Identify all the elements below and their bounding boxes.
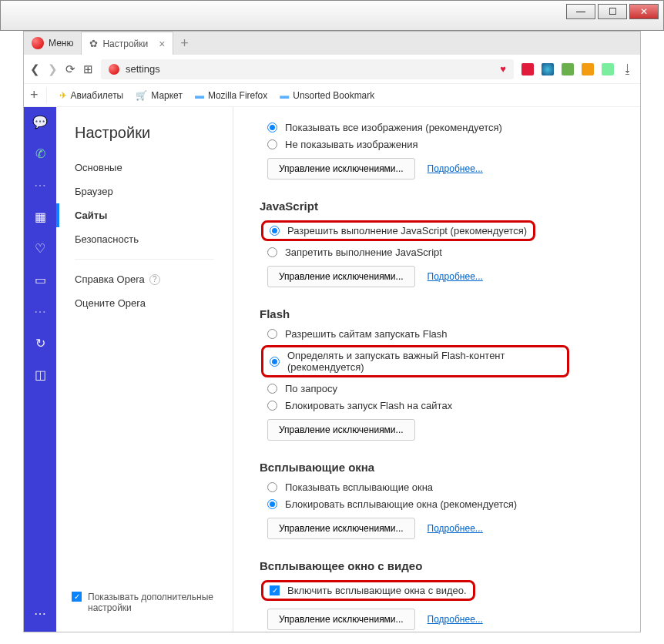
highlight-video: ✓ Включить всплывающие окна с видео. xyxy=(261,580,475,601)
sidebar-rate[interactable]: Оцените Opera xyxy=(56,291,233,315)
messenger-icon[interactable]: 💬 xyxy=(32,115,48,129)
radio-icon xyxy=(270,357,280,367)
checkbox-icon: ✓ xyxy=(270,585,280,595)
learn-more-link[interactable]: Подробнее... xyxy=(428,523,483,534)
section-video-popup: Всплывающее окно с видео xyxy=(260,559,614,572)
heart-rail-icon[interactable]: ♡ xyxy=(35,241,45,256)
cart-icon: 🛒 xyxy=(136,90,147,101)
settings-content[interactable]: Показывать все изображения (рекомендуетс… xyxy=(233,107,640,632)
section-flash: Flash xyxy=(260,307,614,320)
images-hide[interactable]: Не показывать изображения xyxy=(267,139,614,150)
flash-block[interactable]: Блокировать запуск Flash на сайтах xyxy=(267,400,614,411)
highlight-flash: Определять и запускать важный Flash-конт… xyxy=(261,345,569,377)
manage-exceptions-button[interactable]: Управление исключениями... xyxy=(267,609,415,630)
sidebar-item-browser[interactable]: Браузер xyxy=(56,179,233,203)
extension-5-icon[interactable] xyxy=(602,63,614,75)
address-bar-row: ❮ ❯ ⟳ ⊞ settings ♥ ⭳ xyxy=(24,55,640,84)
flash-detect[interactable]: Определять и запускать важный Flash-конт… xyxy=(287,350,561,373)
sidebar-help[interactable]: Справка Opera ? xyxy=(56,267,233,291)
images-show-all[interactable]: Показывать все изображения (рекомендуетс… xyxy=(267,122,614,133)
radio-icon xyxy=(267,384,277,394)
extension-4-icon[interactable] xyxy=(582,63,594,75)
window-titlebar: — ☐ ✕ xyxy=(0,0,664,31)
news-icon[interactable]: ▭ xyxy=(35,273,46,287)
help-icon: ? xyxy=(149,274,160,285)
manage-exceptions-button[interactable]: Управление исключениями... xyxy=(267,158,415,179)
bookmark-item[interactable]: 🛒Маркет xyxy=(136,90,183,101)
new-tab-button[interactable]: + xyxy=(173,35,195,52)
reload-button[interactable]: ⟳ xyxy=(65,62,75,76)
menu-button[interactable]: Меню xyxy=(24,32,82,55)
folder-icon: ▬ xyxy=(195,90,204,101)
maximize-button[interactable]: ☐ xyxy=(598,4,627,19)
radio-icon xyxy=(267,482,277,492)
tab-label: Настройки xyxy=(102,39,148,49)
learn-more-link[interactable]: Подробнее... xyxy=(428,271,483,282)
flash-ondemand[interactable]: По запросу xyxy=(267,383,614,394)
add-bookmark-button[interactable]: + xyxy=(30,87,47,103)
js-deny[interactable]: Запретить выполнение JavaScript xyxy=(267,247,614,258)
download-icon[interactable]: ⭳ xyxy=(622,62,634,76)
bookmarks-bar: + ✈Авиабилеты 🛒Маркет ▬Mozilla Firefox ▬… xyxy=(24,84,640,107)
divider xyxy=(75,259,214,260)
section-javascript: JavaScript xyxy=(260,200,614,213)
divider-icon: ⋯ xyxy=(34,304,46,319)
radio-icon xyxy=(267,247,277,257)
menu-label: Меню xyxy=(49,38,73,49)
site-icon xyxy=(109,64,119,75)
folder-icon: ▬ xyxy=(280,90,289,101)
page-title: Настройки xyxy=(56,118,233,156)
section-popups: Всплывающие окна xyxy=(260,461,614,474)
cube-icon[interactable]: ◫ xyxy=(35,367,46,382)
extension-2-icon[interactable] xyxy=(542,63,554,75)
grid-icon[interactable]: ▦ xyxy=(35,210,46,224)
highlight-js: Разрешить выполнение JavaScript (рекомен… xyxy=(261,220,535,241)
radio-icon xyxy=(267,499,277,509)
sidebar-item-basic[interactable]: Основные xyxy=(56,156,233,179)
forward-button[interactable]: ❯ xyxy=(48,62,58,76)
settings-sidebar: Настройки Основные Браузер Сайты Безопас… xyxy=(56,107,233,632)
tab-settings[interactable]: ✿ Настройки × xyxy=(82,32,173,55)
gear-icon: ✿ xyxy=(89,38,98,49)
back-button[interactable]: ❮ xyxy=(30,62,40,76)
extension-1-icon[interactable] xyxy=(521,63,534,75)
opera-logo-icon xyxy=(32,37,44,49)
bookmark-folder[interactable]: ▬Unsorted Bookmark xyxy=(280,90,374,101)
bookmark-folder[interactable]: ▬Mozilla Firefox xyxy=(195,90,267,101)
radio-icon xyxy=(267,401,277,411)
manage-exceptions-button[interactable]: Управление исключениями... xyxy=(267,518,415,539)
manage-exceptions-button[interactable]: Управление исключениями... xyxy=(267,419,415,441)
popups-block[interactable]: Блокировать всплывающие окна (рекомендуе… xyxy=(267,498,614,510)
video-enable[interactable]: Включить всплывающие окна с видео. xyxy=(287,585,467,596)
minimize-button[interactable]: — xyxy=(566,4,595,19)
url-text: settings xyxy=(126,63,160,75)
content-area: 💬 ✆ ⋯ ▦ ♡ ▭ ⋯ ↻ ◫ ⋯ Настройки Основные Б… xyxy=(24,107,640,632)
address-input[interactable]: settings ♥ xyxy=(101,59,514,79)
checkbox-icon: ✓ xyxy=(72,592,82,602)
js-allow[interactable]: Разрешить выполнение JavaScript (рекомен… xyxy=(287,225,527,236)
heart-icon[interactable]: ♥ xyxy=(500,63,506,75)
radio-icon xyxy=(267,139,277,149)
sidebar-item-websites[interactable]: Сайты xyxy=(56,203,233,227)
side-rail: 💬 ✆ ⋯ ▦ ♡ ▭ ⋯ ↻ ◫ ⋯ xyxy=(24,107,56,632)
tab-bar: Меню ✿ Настройки × + xyxy=(24,32,640,55)
radio-icon xyxy=(267,122,277,132)
advanced-settings-toggle[interactable]: ✓ Показывать дополнительные настройки xyxy=(56,592,233,621)
whatsapp-icon[interactable]: ✆ xyxy=(35,146,45,161)
sidebar-item-security[interactable]: Безопасность xyxy=(56,227,233,251)
browser-window: Меню ✿ Настройки × + ❮ ❯ ⟳ ⊞ settings ♥ … xyxy=(23,31,641,632)
learn-more-link[interactable]: Подробнее... xyxy=(428,614,483,625)
divider-icon: ⋯ xyxy=(34,178,46,193)
close-button[interactable]: ✕ xyxy=(629,4,659,19)
close-tab-icon[interactable]: × xyxy=(159,38,165,50)
history-icon[interactable]: ↻ xyxy=(35,336,45,351)
speeddial-button[interactable]: ⊞ xyxy=(83,62,93,76)
manage-exceptions-button[interactable]: Управление исключениями... xyxy=(267,266,415,287)
popups-show[interactable]: Показывать всплывающие окна xyxy=(267,481,614,493)
more-icon[interactable]: ⋯ xyxy=(34,606,46,621)
bookmark-item[interactable]: ✈Авиабилеты xyxy=(59,90,124,101)
radio-icon xyxy=(267,329,277,339)
learn-more-link[interactable]: Подробнее... xyxy=(428,163,483,174)
extension-3-icon[interactable] xyxy=(562,63,574,75)
flash-allow[interactable]: Разрешить сайтам запускать Flash xyxy=(267,328,614,340)
